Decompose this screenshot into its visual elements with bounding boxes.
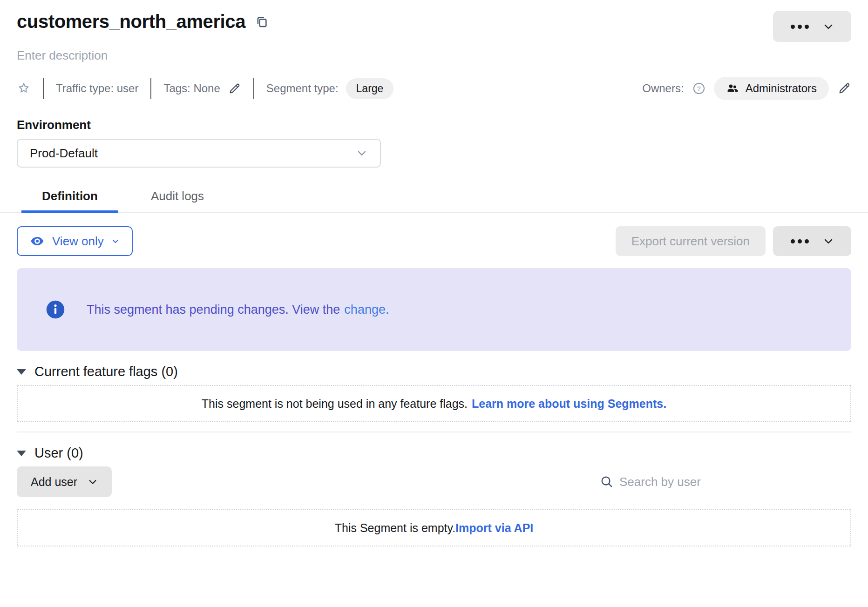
- feature-flags-section-title: Current feature flags (0): [34, 364, 178, 379]
- user-empty-text: This Segment is empty.: [335, 521, 455, 535]
- edit-owners-icon[interactable]: [837, 81, 851, 95]
- edit-tags-icon[interactable]: [228, 82, 241, 95]
- export-current-version-button[interactable]: Export current version: [616, 226, 766, 256]
- description-placeholder[interactable]: Enter description: [17, 48, 851, 63]
- header-more-menu-button[interactable]: [773, 11, 851, 42]
- definition-toolbar: View only Export current version: [17, 226, 851, 256]
- divider: [253, 78, 254, 99]
- copy-icon[interactable]: [255, 14, 269, 29]
- feature-flags-section-header[interactable]: Current feature flags (0): [17, 364, 851, 379]
- chevron-down-icon: [823, 21, 834, 32]
- search-by-user-input[interactable]: [619, 475, 851, 489]
- info-icon: [46, 300, 65, 319]
- tab-bar: Definition Audit logs: [0, 182, 868, 213]
- divider: [150, 78, 151, 99]
- user-section-title: User (0): [34, 445, 83, 461]
- chevron-down-icon: [356, 147, 368, 159]
- eye-icon: [30, 234, 45, 248]
- help-icon[interactable]: ?: [692, 82, 705, 95]
- page-title: customers_north_america: [17, 11, 245, 32]
- segment-type-badge: Large: [346, 78, 394, 99]
- toolbar-more-menu-button[interactable]: [773, 226, 851, 256]
- add-user-label: Add user: [31, 475, 77, 489]
- tags-label: Tags: None: [163, 82, 220, 95]
- chevron-down-icon: [88, 477, 98, 487]
- traffic-type-label: Traffic type: user: [56, 82, 138, 95]
- owners-badge: Administrators: [714, 77, 829, 100]
- environment-selected-value: Prod-Default: [30, 146, 98, 161]
- ellipsis-icon: [791, 25, 809, 29]
- environment-label: Environment: [17, 118, 851, 132]
- user-section-header[interactable]: User (0): [17, 445, 851, 461]
- tab-audit-logs[interactable]: Audit logs: [130, 182, 224, 213]
- group-icon: [726, 82, 739, 95]
- tab-definition[interactable]: Definition: [21, 182, 118, 213]
- page-header: customers_north_america: [17, 0, 851, 42]
- user-toolbar: Add user: [17, 466, 851, 497]
- svg-text:?: ?: [697, 85, 700, 92]
- user-search: [600, 475, 851, 489]
- environment-select[interactable]: Prod-Default: [17, 139, 381, 168]
- pending-changes-banner: This segment has pending changes. View t…: [17, 268, 851, 351]
- segment-type-label: Segment type:: [266, 82, 339, 95]
- import-via-api-link[interactable]: Import via API: [455, 521, 533, 535]
- chevron-down-icon: [111, 237, 120, 245]
- star-icon[interactable]: [17, 81, 31, 95]
- caret-down-icon: [17, 451, 26, 456]
- view-only-button[interactable]: View only: [17, 226, 133, 256]
- divider: [43, 78, 44, 99]
- banner-change-link[interactable]: change.: [344, 303, 389, 317]
- chevron-down-icon: [823, 236, 834, 247]
- banner-message: This segment has pending changes. View t…: [87, 303, 340, 317]
- feature-flags-empty-state: This segment is not being used in any fe…: [17, 385, 851, 422]
- owners-label: Owners:: [642, 82, 684, 95]
- user-empty-state: This Segment is empty.Import via API: [17, 509, 851, 546]
- ellipsis-icon: [791, 239, 809, 243]
- feature-flags-empty-text: This segment is not being used in any fe…: [202, 397, 468, 411]
- learn-more-link[interactable]: Learn more about using Segments.: [472, 397, 666, 411]
- caret-down-icon: [17, 369, 26, 375]
- owners-value: Administrators: [746, 82, 817, 95]
- add-user-button[interactable]: Add user: [17, 466, 112, 497]
- meta-row: Traffic type: user Tags: None Segment ty…: [17, 77, 851, 100]
- section-divider: [17, 432, 851, 432]
- search-icon: [600, 475, 614, 489]
- view-only-label: View only: [52, 234, 104, 249]
